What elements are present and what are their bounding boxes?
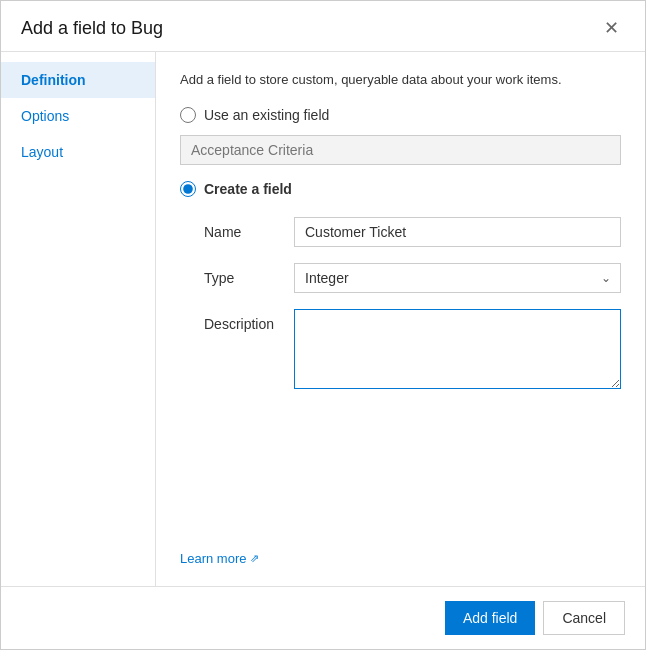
- use-existing-row: Use an existing field: [180, 107, 621, 123]
- sidebar-item-definition[interactable]: Definition: [1, 62, 155, 98]
- type-select-wrap: Integer String Boolean DateTime Double ⌄: [294, 263, 621, 293]
- name-row: Name: [204, 217, 621, 247]
- dialog-footer: Add field Cancel: [1, 586, 645, 649]
- description-input[interactable]: [294, 309, 621, 389]
- dialog-header: Add a field to Bug ✕: [1, 1, 645, 52]
- create-field-radio[interactable]: [180, 181, 196, 197]
- use-existing-group: Use an existing field: [180, 107, 621, 165]
- description-label: Description: [204, 309, 294, 332]
- create-field-label[interactable]: Create a field: [204, 181, 292, 197]
- dialog-title: Add a field to Bug: [21, 18, 163, 39]
- use-existing-label[interactable]: Use an existing field: [204, 107, 329, 123]
- sidebar-item-options[interactable]: Options: [1, 98, 155, 134]
- add-field-button[interactable]: Add field: [445, 601, 535, 635]
- sidebar: Definition Options Layout: [1, 52, 156, 586]
- learn-more-link[interactable]: Learn more ⇗: [180, 551, 259, 566]
- description-text: Add a field to store custom, queryable d…: [180, 72, 621, 87]
- name-control: [294, 217, 621, 247]
- main-content: Add a field to store custom, queryable d…: [156, 52, 645, 586]
- name-label: Name: [204, 217, 294, 240]
- type-label: Type: [204, 263, 294, 286]
- close-button[interactable]: ✕: [598, 17, 625, 39]
- create-field-row: Create a field: [180, 181, 621, 197]
- add-field-dialog: Add a field to Bug ✕ Definition Options …: [0, 0, 646, 650]
- learn-more-row: Learn more ⇗: [180, 534, 621, 566]
- cancel-button[interactable]: Cancel: [543, 601, 625, 635]
- description-control: [294, 309, 621, 392]
- create-section: Name Type Integer String Boolean: [180, 217, 621, 408]
- sidebar-item-layout[interactable]: Layout: [1, 134, 155, 170]
- type-control: Integer String Boolean DateTime Double ⌄: [294, 263, 621, 293]
- existing-field-input: [180, 135, 621, 165]
- learn-more-text: Learn more: [180, 551, 246, 566]
- type-select[interactable]: Integer String Boolean DateTime Double: [294, 263, 621, 293]
- external-link-icon: ⇗: [250, 552, 259, 565]
- type-row: Type Integer String Boolean DateTime Dou…: [204, 263, 621, 293]
- name-input[interactable]: [294, 217, 621, 247]
- description-row: Description: [204, 309, 621, 392]
- close-icon: ✕: [604, 18, 619, 38]
- dialog-body: Definition Options Layout Add a field to…: [1, 52, 645, 586]
- use-existing-radio[interactable]: [180, 107, 196, 123]
